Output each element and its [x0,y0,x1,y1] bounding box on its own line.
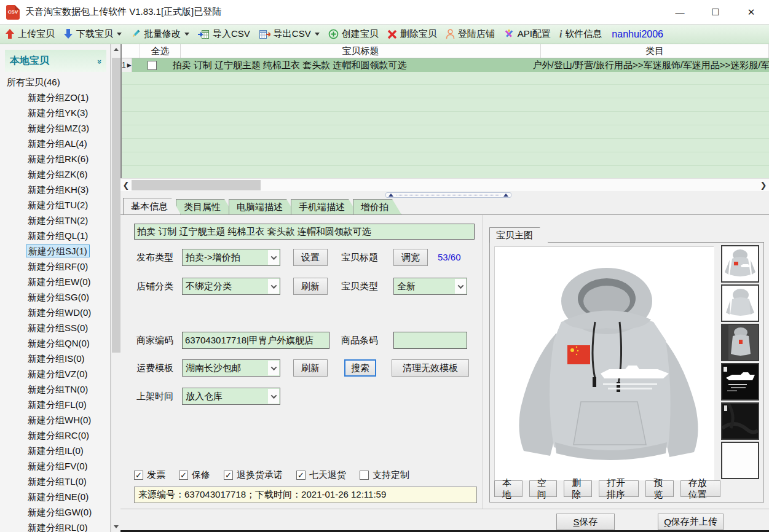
shelf-time-select[interactable]: 放入仓库 [182,388,280,405]
option-checkbox[interactable] [296,471,306,480]
splitter-collapse-handle[interactable] [385,192,511,198]
service-option[interactable]: 发票 [134,469,165,481]
tab-auction[interactable]: 增价拍 [353,199,401,214]
sidebar-group-item[interactable]: 新建分组SS(0) [0,320,110,335]
sidebar-group-item[interactable]: 新建分组GW(0) [0,504,110,520]
scrollbar-thumb[interactable] [132,180,261,190]
scroll-left-icon[interactable]: ❮ [120,179,132,192]
table-row[interactable]: 1▶ 拍卖 订制 辽宁舰主题 纯棉卫衣 套头款 连帽和圆领款可选 户外/登山/野… [122,58,769,72]
sidebar-group-item[interactable]: 新建分组WD(0) [0,305,110,320]
sidebar-group-item[interactable]: 新建分组ZK(6) [0,166,110,182]
sidebar-group-item[interactable]: 新建分组TN(0) [0,381,110,397]
sidebar-group-item[interactable]: 新建分组MZ(3) [0,120,110,136]
sidebar-group-item[interactable]: 新建分组RC(0) [0,428,110,443]
save-button[interactable]: S保存 [556,514,615,530]
export-csv-button[interactable]: 导出CSV [259,28,320,40]
sidebar-group-item[interactable]: 新建分组SG(0) [0,289,110,305]
sidebar-group-item[interactable]: 新建分组RK(6) [0,151,110,166]
option-checkbox[interactable] [179,471,188,480]
import-csv-button[interactable]: 导入CSV [198,28,250,40]
sidebar-group-item[interactable]: 新建分组QN(0) [0,335,110,351]
login-shop-button[interactable]: 登陆店铺 [446,28,495,40]
minimize-button[interactable]: — [662,0,698,24]
save-and-upload-button[interactable]: Q保存并上传 [658,514,724,530]
sidebar-group-item[interactable]: 新建分组ZO(1) [0,90,110,105]
tab-mobile-description[interactable]: 手机端描述 [291,199,358,214]
widen-button[interactable]: 调宽 [393,249,428,266]
thumbnail-blank[interactable] [721,442,759,479]
shop-category-select[interactable]: 不绑定分类 [182,278,280,295]
download-item-button[interactable]: 下载宝贝 [63,28,122,40]
sidebar-scrollbar[interactable] [111,44,120,532]
thumbnail-hoodie-back[interactable] [721,284,759,322]
thumbnail-dark-fabric[interactable] [721,402,759,440]
scroll-up-icon[interactable] [111,44,121,55]
create-item-button[interactable]: 创建宝贝 [328,28,379,40]
table-horizontal-scrollbar[interactable]: ❮ ❯ [120,178,769,191]
sidebar-group-item[interactable]: 新建分组YK(3) [0,105,110,120]
row-checkbox[interactable] [148,61,157,70]
maximize-button[interactable]: ☐ [698,0,733,24]
clean-invalid-templates-button[interactable]: 清理无效模板 [392,359,469,377]
service-option[interactable]: 退换货承诺 [224,469,283,481]
scroll-down-icon[interactable] [111,522,121,532]
option-checkbox[interactable] [360,471,369,480]
scroll-right-icon[interactable]: ❯ [758,179,769,192]
chevron-down-icon[interactable] [315,33,320,36]
service-option[interactable]: 七天退货 [296,469,346,481]
option-checkbox[interactable] [134,471,143,480]
sidebar-group-item[interactable]: 新建分组RF(0) [0,259,110,274]
batch-edit-button[interactable]: 批量修改 [130,28,189,40]
publish-type-select[interactable]: 拍卖->增价拍 [182,249,280,266]
delete-item-button[interactable]: 删除宝贝 [387,28,437,40]
merchant-code-input[interactable] [182,332,329,349]
sidebar-group-item[interactable]: 新建分组IL(0) [0,443,110,458]
chevron-down-icon[interactable] [117,33,122,36]
sidebar-group-item[interactable]: 新建分组FV(0) [0,458,110,474]
space-image-button[interactable]: 空间 [529,480,558,497]
tab-basic-info[interactable]: 基本信息 [123,198,181,214]
sidebar-group-item[interactable]: 新建分组QL(1) [0,228,110,243]
sidebar-group-item[interactable]: 新建分组TU(2) [0,197,110,213]
sidebar-group-item[interactable]: 新建分组TL(0) [0,474,110,489]
sidebar-group-item[interactable]: 新建分组FL(0) [0,397,110,412]
sidebar-group-item[interactable]: 新建分组KH(3) [0,182,110,197]
sidebar-group-item[interactable]: 新建分组WH(0) [0,412,110,428]
item-title-input[interactable] [134,224,475,240]
local-image-button[interactable]: 本地 [494,480,523,497]
api-config-button[interactable]: API配置 [503,28,551,40]
sidebar-group-item[interactable]: 新建分组NE(0) [0,489,110,504]
sidebar-group-item[interactable]: 新建分组EW(0) [0,274,110,289]
upload-item-button[interactable]: 上传宝贝 [5,28,55,40]
chevron-down-icon[interactable] [184,33,189,36]
delete-image-button[interactable]: 删除 [564,480,592,497]
service-option[interactable]: 保修 [179,469,210,481]
scrollbar-thumb[interactable] [112,58,120,353]
service-option[interactable]: 支持定制 [360,469,409,481]
thumbnail-ship-print-dark[interactable] [721,363,759,401]
sidebar-group-item[interactable]: 新建分组RL(0) [0,520,110,532]
storage-location-button[interactable]: 存放位置 [680,480,720,497]
sidebar-group-item[interactable]: 新建分组AL(4) [0,136,110,151]
sidebar-group-item[interactable]: 所有宝贝(46) [0,74,110,90]
tab-main-image[interactable]: 宝贝主图 [489,227,548,243]
sidebar-group-item[interactable]: 新建分组SJ(1) [0,243,110,259]
preview-button[interactable]: 预览 [645,480,674,497]
sidebar-group-item[interactable]: 新建分组VZ(0) [0,366,110,381]
chevron-double-up-icon[interactable]: » [95,59,105,62]
thumbnail-hoodie-front[interactable] [721,245,759,283]
software-info-button[interactable]: i 软件信息 [559,28,602,40]
search-button[interactable]: 搜索 [344,359,376,377]
item-type-select[interactable]: 全新 [393,278,467,295]
sidebar-group-item[interactable]: 新建分组TN(2) [0,213,110,228]
select-all-header[interactable]: 全选 [140,44,181,58]
tab-pc-description[interactable]: 电脑端描述 [229,199,296,214]
barcode-input[interactable] [393,332,467,349]
option-checkbox[interactable] [224,471,233,480]
close-button[interactable]: ✕ [733,0,769,24]
thumbnail-hoodie-dark-bg[interactable] [721,324,759,361]
open-sort-button[interactable]: 打开排序 [599,480,639,497]
refresh-category-button[interactable]: 刷新 [293,278,328,295]
shipping-template-select[interactable]: 湖南长沙包邮 [182,359,280,377]
refresh-shipping-button[interactable]: 刷新 [293,359,328,377]
